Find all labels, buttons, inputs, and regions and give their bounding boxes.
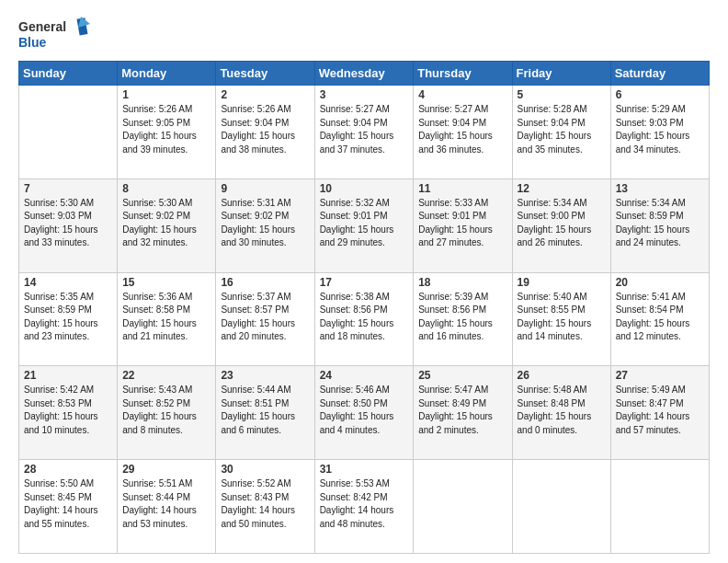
day-info: Sunrise: 5:33 AM Sunset: 9:01 PM Dayligh…	[418, 197, 506, 250]
day-number: 9	[221, 182, 309, 195]
day-info: Sunrise: 5:41 AM Sunset: 8:54 PM Dayligh…	[616, 291, 704, 344]
day-number: 16	[221, 276, 309, 289]
day-number: 27	[616, 369, 704, 382]
calendar-header-row: SundayMondayTuesdayWednesdayThursdayFrid…	[19, 62, 710, 86]
calendar-cell: 25Sunrise: 5:47 AM Sunset: 8:49 PM Dayli…	[414, 366, 512, 460]
week-row-3: 21Sunrise: 5:42 AM Sunset: 8:53 PM Dayli…	[19, 366, 710, 460]
calendar-cell: 27Sunrise: 5:49 AM Sunset: 8:47 PM Dayli…	[610, 366, 709, 460]
day-info: Sunrise: 5:40 AM Sunset: 8:55 PM Dayligh…	[518, 291, 606, 344]
calendar-cell	[512, 460, 610, 554]
week-row-0: 1Sunrise: 5:26 AM Sunset: 9:05 PM Daylig…	[19, 86, 710, 179]
day-info: Sunrise: 5:37 AM Sunset: 8:57 PM Dayligh…	[221, 291, 309, 344]
day-info: Sunrise: 5:30 AM Sunset: 9:03 PM Dayligh…	[24, 197, 112, 250]
calendar-cell: 9Sunrise: 5:31 AM Sunset: 9:02 PM Daylig…	[216, 178, 314, 272]
calendar-cell: 8Sunrise: 5:30 AM Sunset: 9:02 PM Daylig…	[118, 178, 216, 272]
day-number: 12	[518, 182, 606, 195]
calendar-cell: 14Sunrise: 5:35 AM Sunset: 8:59 PM Dayli…	[19, 272, 118, 366]
day-info: Sunrise: 5:51 AM Sunset: 8:44 PM Dayligh…	[122, 477, 210, 531]
day-info: Sunrise: 5:43 AM Sunset: 8:52 PM Dayligh…	[122, 384, 210, 437]
day-number: 23	[221, 369, 309, 382]
svg-text:Blue: Blue	[18, 35, 47, 50]
day-info: Sunrise: 5:27 AM Sunset: 9:04 PM Dayligh…	[320, 103, 409, 156]
week-row-1: 7Sunrise: 5:30 AM Sunset: 9:03 PM Daylig…	[19, 178, 710, 272]
calendar-cell	[610, 460, 709, 554]
day-number: 1	[122, 88, 210, 101]
calendar-cell: 10Sunrise: 5:32 AM Sunset: 9:01 PM Dayli…	[314, 178, 414, 272]
day-number: 14	[24, 276, 112, 289]
day-number: 24	[320, 369, 409, 382]
calendar-cell: 22Sunrise: 5:43 AM Sunset: 8:52 PM Dayli…	[118, 366, 216, 460]
day-info: Sunrise: 5:47 AM Sunset: 8:49 PM Dayligh…	[418, 384, 506, 437]
day-number: 10	[320, 182, 409, 195]
header-wednesday: Wednesday	[314, 62, 414, 86]
day-info: Sunrise: 5:52 AM Sunset: 8:43 PM Dayligh…	[221, 477, 309, 531]
calendar-cell: 13Sunrise: 5:34 AM Sunset: 8:59 PM Dayli…	[610, 178, 709, 272]
calendar-cell: 18Sunrise: 5:39 AM Sunset: 8:56 PM Dayli…	[414, 272, 512, 366]
day-info: Sunrise: 5:46 AM Sunset: 8:50 PM Dayligh…	[320, 384, 409, 437]
week-row-2: 14Sunrise: 5:35 AM Sunset: 8:59 PM Dayli…	[19, 272, 710, 366]
day-number: 19	[518, 276, 606, 289]
calendar-cell: 29Sunrise: 5:51 AM Sunset: 8:44 PM Dayli…	[118, 460, 216, 554]
day-number: 18	[418, 276, 506, 289]
day-number: 7	[24, 182, 112, 195]
day-info: Sunrise: 5:48 AM Sunset: 8:48 PM Dayligh…	[518, 384, 606, 437]
day-number: 31	[320, 463, 409, 476]
calendar-cell: 19Sunrise: 5:40 AM Sunset: 8:55 PM Dayli…	[512, 272, 610, 366]
day-info: Sunrise: 5:34 AM Sunset: 8:59 PM Dayligh…	[616, 197, 704, 250]
header-tuesday: Tuesday	[216, 62, 314, 86]
calendar-cell	[414, 460, 512, 554]
calendar-cell: 5Sunrise: 5:28 AM Sunset: 9:04 PM Daylig…	[512, 86, 610, 179]
day-number: 29	[122, 463, 210, 476]
calendar-cell: 7Sunrise: 5:30 AM Sunset: 9:03 PM Daylig…	[19, 178, 118, 272]
calendar-cell: 21Sunrise: 5:42 AM Sunset: 8:53 PM Dayli…	[19, 366, 118, 460]
calendar-cell: 12Sunrise: 5:34 AM Sunset: 9:00 PM Dayli…	[512, 178, 610, 272]
day-number: 15	[122, 276, 210, 289]
calendar-cell: 26Sunrise: 5:48 AM Sunset: 8:48 PM Dayli…	[512, 366, 610, 460]
day-number: 20	[616, 276, 704, 289]
day-number: 25	[418, 369, 506, 382]
calendar-cell: 24Sunrise: 5:46 AM Sunset: 8:50 PM Dayli…	[314, 366, 414, 460]
calendar-cell: 16Sunrise: 5:37 AM Sunset: 8:57 PM Dayli…	[216, 272, 314, 366]
day-info: Sunrise: 5:31 AM Sunset: 9:02 PM Dayligh…	[221, 197, 309, 250]
logo: General Blue	[18, 15, 92, 53]
day-number: 4	[418, 88, 506, 101]
day-number: 6	[616, 88, 704, 101]
calendar-cell: 3Sunrise: 5:27 AM Sunset: 9:04 PM Daylig…	[314, 86, 414, 179]
header-thursday: Thursday	[414, 62, 512, 86]
day-number: 3	[320, 88, 409, 101]
header: General Blue	[18, 15, 710, 53]
header-saturday: Saturday	[610, 62, 709, 86]
day-info: Sunrise: 5:26 AM Sunset: 9:04 PM Dayligh…	[221, 103, 309, 156]
day-number: 13	[616, 182, 704, 195]
calendar-cell: 28Sunrise: 5:50 AM Sunset: 8:45 PM Dayli…	[19, 460, 118, 554]
calendar: SundayMondayTuesdayWednesdayThursdayFrid…	[18, 61, 710, 554]
calendar-cell: 23Sunrise: 5:44 AM Sunset: 8:51 PM Dayli…	[216, 366, 314, 460]
day-info: Sunrise: 5:27 AM Sunset: 9:04 PM Dayligh…	[418, 103, 506, 156]
page: General Blue SundayMondayTuesdayWednesda…	[0, 0, 728, 563]
calendar-cell: 1Sunrise: 5:26 AM Sunset: 9:05 PM Daylig…	[118, 86, 216, 179]
day-info: Sunrise: 5:30 AM Sunset: 9:02 PM Dayligh…	[122, 197, 210, 250]
calendar-cell: 20Sunrise: 5:41 AM Sunset: 8:54 PM Dayli…	[610, 272, 709, 366]
day-number: 2	[221, 88, 309, 101]
day-info: Sunrise: 5:44 AM Sunset: 8:51 PM Dayligh…	[221, 384, 309, 437]
day-number: 5	[518, 88, 606, 101]
day-number: 8	[122, 182, 210, 195]
day-info: Sunrise: 5:32 AM Sunset: 9:01 PM Dayligh…	[320, 197, 409, 250]
day-number: 11	[418, 182, 506, 195]
day-info: Sunrise: 5:38 AM Sunset: 8:56 PM Dayligh…	[320, 291, 409, 344]
day-info: Sunrise: 5:50 AM Sunset: 8:45 PM Dayligh…	[24, 477, 112, 531]
day-info: Sunrise: 5:49 AM Sunset: 8:47 PM Dayligh…	[616, 384, 704, 437]
calendar-cell: 11Sunrise: 5:33 AM Sunset: 9:01 PM Dayli…	[414, 178, 512, 272]
calendar-cell: 30Sunrise: 5:52 AM Sunset: 8:43 PM Dayli…	[216, 460, 314, 554]
calendar-cell: 2Sunrise: 5:26 AM Sunset: 9:04 PM Daylig…	[216, 86, 314, 179]
day-info: Sunrise: 5:53 AM Sunset: 8:42 PM Dayligh…	[320, 477, 409, 531]
day-number: 26	[518, 369, 606, 382]
calendar-cell	[19, 86, 118, 179]
day-number: 28	[24, 463, 112, 476]
calendar-cell: 17Sunrise: 5:38 AM Sunset: 8:56 PM Dayli…	[314, 272, 414, 366]
day-info: Sunrise: 5:42 AM Sunset: 8:53 PM Dayligh…	[24, 384, 112, 437]
logo-svg: General Blue	[18, 15, 92, 53]
day-info: Sunrise: 5:35 AM Sunset: 8:59 PM Dayligh…	[24, 291, 112, 344]
day-info: Sunrise: 5:36 AM Sunset: 8:58 PM Dayligh…	[122, 291, 210, 344]
header-friday: Friday	[512, 62, 610, 86]
